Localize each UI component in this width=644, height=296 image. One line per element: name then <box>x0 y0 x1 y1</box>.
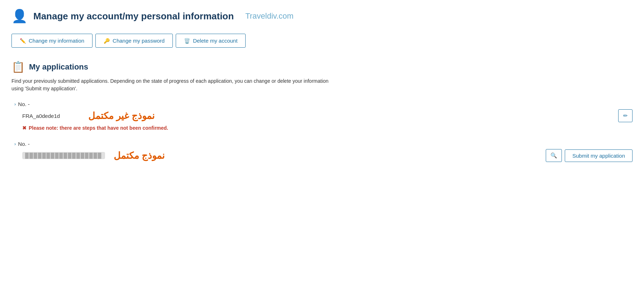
change-info-button[interactable]: ✏️ Change my information <box>11 34 93 48</box>
app-actions-2: 🔍 Submit my application <box>546 149 633 162</box>
applications-list: › No. - FRA_a0dede1d نموذج غير مكتمل ✏ ✖… <box>11 101 633 162</box>
trash-icon: 🗑️ <box>184 38 190 44</box>
applications-section-header: 📋 My applications <box>11 61 633 73</box>
pencil-icon-1: ✏ <box>623 113 628 119</box>
error-message-1: Please note: there are steps that have n… <box>29 125 168 131</box>
change-password-label: Change my password <box>113 38 165 44</box>
delete-account-button[interactable]: 🗑️ Delete my account <box>176 34 246 48</box>
site-name: Traveldiv.com <box>245 11 293 21</box>
action-buttons-row: ✏️ Change my information 🔑 Change my pas… <box>11 34 633 48</box>
app-no-label-1: No. - <box>18 101 30 107</box>
app-detail-row-1: FRA_a0dede1d نموذج غير مكتمل ✏ <box>14 109 633 122</box>
key-icon: 🔑 <box>104 38 110 44</box>
change-info-label: Change my information <box>29 38 84 44</box>
applications-description: Find your previously submitted applicati… <box>11 77 334 92</box>
chevron-icon-2[interactable]: › <box>14 141 16 147</box>
chevron-icon-1[interactable]: › <box>14 101 16 107</box>
error-row-1: ✖ Please note: there are steps that have… <box>14 125 633 131</box>
edit-icon: ✏️ <box>20 38 26 44</box>
app-status-complete: نموذج مكتمل <box>114 150 165 161</box>
search-app-button-2[interactable]: 🔍 <box>546 149 562 162</box>
user-icon: 👤 <box>11 9 28 24</box>
change-password-button[interactable]: 🔑 Change my password <box>95 34 173 48</box>
page-header: 👤 Manage my account/my personal informat… <box>11 9 633 24</box>
app-detail-row-2: ██████████████████ نموذج مكتمل 🔍 Submit … <box>14 149 633 162</box>
applications-icon: 📋 <box>11 61 25 73</box>
app-actions-1: ✏ <box>618 109 633 122</box>
error-x-icon: ✖ <box>22 125 27 131</box>
app-no-label-2: No. - <box>18 141 30 147</box>
application-item-1: › No. - FRA_a0dede1d نموذج غير مكتمل ✏ ✖… <box>14 101 633 131</box>
page-title: Manage my account/my personal informatio… <box>33 11 234 22</box>
submit-application-button[interactable]: Submit my application <box>565 149 633 162</box>
edit-app-button-1[interactable]: ✏ <box>618 109 633 122</box>
app-status-incomplete: نموذج غير مكتمل <box>88 110 155 121</box>
app-id-1: FRA_a0dede1d <box>22 113 80 119</box>
application-item-2: › No. - ██████████████████ نموذج مكتمل 🔍… <box>14 141 633 162</box>
delete-account-label: Delete my account <box>193 38 237 44</box>
search-icon-2: 🔍 <box>550 152 557 159</box>
app-no-row-2: › No. - <box>14 141 633 147</box>
submit-label: Submit my application <box>572 153 625 159</box>
applications-title: My applications <box>29 62 88 72</box>
app-no-row-1: › No. - <box>14 101 633 107</box>
app-id-2-blurred: ██████████████████ <box>22 152 105 159</box>
